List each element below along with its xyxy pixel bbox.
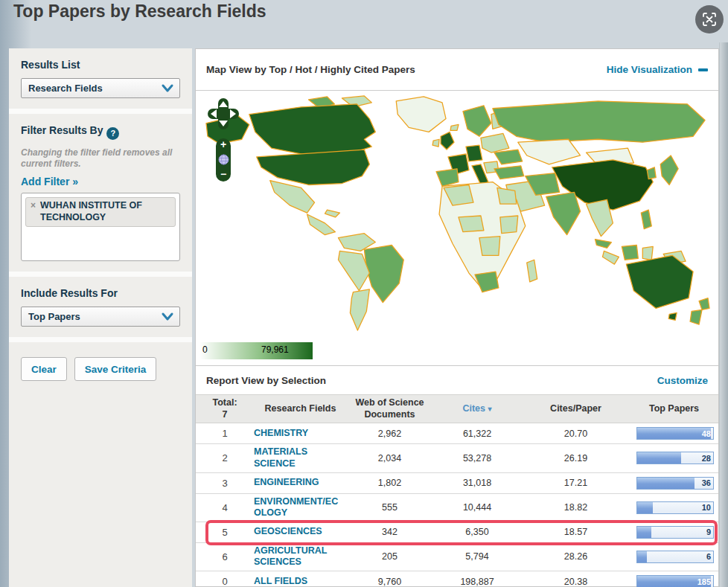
top-papers-bar: 10	[636, 501, 714, 514]
screenshot-translate-icon[interactable]	[695, 5, 724, 33]
top-papers-bar: 185	[636, 575, 714, 587]
country-region[interactable]	[459, 216, 484, 232]
research-field-link[interactable]: AGRICULTURAL SCIENCES	[254, 545, 347, 568]
clear-button[interactable]: Clear	[21, 357, 67, 381]
top-papers-value: 36	[702, 478, 711, 487]
wos-documents-cell: 205	[347, 551, 432, 562]
hide-visualization-link[interactable]: Hide Visualization	[607, 64, 708, 75]
filter-results-section: Filter Results By? Changing the filter f…	[9, 114, 192, 272]
country-region[interactable]	[350, 289, 369, 330]
research-field-link[interactable]: MATERIALS SCIENCE	[254, 446, 347, 469]
country-region[interactable]	[647, 167, 656, 179]
cites-cell: 6,350	[432, 527, 522, 537]
column-header-wos-documents[interactable]: Web of Science Documents	[347, 397, 432, 420]
include-results-selected: Top Papers	[28, 311, 160, 322]
top-papers-bar-cell: 10	[630, 501, 718, 514]
active-filters-box[interactable]: × WUHAN INSTITUTE OF TECHNOLOGY	[21, 193, 180, 261]
country-region[interactable]	[475, 272, 499, 292]
include-results-dropdown[interactable]: Top Papers	[21, 307, 180, 327]
country-region[interactable]	[493, 101, 705, 142]
zoom-in-button[interactable]: +	[220, 139, 226, 150]
customize-link[interactable]: Customize	[657, 375, 708, 386]
research-field-link[interactable]: GEOSCIENCES	[254, 526, 347, 538]
country-region[interactable]	[479, 237, 500, 256]
rank-cell: 1	[196, 428, 254, 439]
research-field-link[interactable]: ALL FIELDS	[254, 576, 347, 587]
country-region[interactable]	[249, 104, 376, 155]
country-region[interactable]	[257, 150, 370, 185]
research-field-link[interactable]: ENGINEERING	[254, 477, 347, 489]
country-region[interactable]	[518, 139, 581, 164]
cites-cell: 31,018	[432, 478, 522, 488]
country-region[interactable]	[622, 246, 638, 260]
country-region[interactable]	[699, 298, 709, 310]
results-list-section: Results List Research Fields	[9, 48, 192, 109]
rank-cell: 2	[196, 452, 254, 463]
country-region[interactable]	[641, 210, 651, 229]
country-region[interactable]	[668, 312, 677, 320]
rank-cell: 6	[196, 551, 254, 562]
legend-max-label: 79,961	[261, 344, 289, 355]
cites-cell: 198,887	[432, 577, 522, 587]
country-region[interactable]	[642, 246, 653, 260]
country-region[interactable]	[546, 192, 581, 234]
sidebar-buttons: Clear Save Criteria	[9, 342, 192, 587]
top-papers-bar: 6	[636, 551, 714, 563]
vertical-scrollbar[interactable]	[719, 42, 728, 587]
column-header-cites-sorted[interactable]: Cites ▾	[432, 403, 522, 415]
cites-per-paper-cell: 17.21	[522, 478, 630, 488]
main-panel: Map View by Top / Hot / Highly Cited Pap…	[195, 48, 719, 587]
zoom-out-button[interactable]: −	[220, 169, 226, 179]
country-region[interactable]	[527, 260, 537, 282]
country-region[interactable]	[396, 97, 446, 132]
country-region[interactable]	[307, 214, 336, 235]
results-list-dropdown[interactable]: Research Fields	[21, 78, 180, 98]
save-criteria-button[interactable]: Save Criteria	[74, 357, 157, 381]
top-papers-value: 48	[702, 429, 711, 438]
country-region[interactable]	[432, 139, 439, 147]
column-header-top-papers[interactable]: Top Papers	[630, 403, 718, 415]
country-region[interactable]	[595, 240, 611, 248]
filter-note: Changing the filter field removes all cu…	[21, 147, 180, 170]
country-region[interactable]	[270, 181, 315, 213]
research-field-link[interactable]: ENVIRONMENT/ECOLOGY	[254, 496, 347, 519]
country-region[interactable]	[441, 132, 454, 150]
rank-cell: 5	[196, 527, 254, 538]
country-region[interactable]	[481, 133, 509, 153]
country-region[interactable]	[660, 155, 678, 185]
cites-per-paper-cell: 20.70	[522, 429, 630, 439]
table-row: 5 GEOSCIENCES 342 6,350 18.57 9	[196, 522, 718, 543]
tag-remove-icon[interactable]: ×	[31, 200, 36, 212]
research-field-link[interactable]: CHEMISTRY	[254, 428, 347, 440]
wos-documents-cell: 1,802	[347, 478, 432, 488]
globe-icon[interactable]	[218, 154, 229, 165]
country-region[interactable]	[325, 210, 340, 217]
country-region[interactable]	[436, 169, 459, 187]
country-region[interactable]	[494, 150, 523, 164]
world-choropleth-map[interactable]	[197, 94, 717, 336]
country-region[interactable]	[500, 216, 518, 234]
wos-documents-cell: 2,034	[347, 453, 432, 463]
country-region[interactable]	[364, 246, 403, 303]
wos-documents-cell: 2,962	[347, 429, 432, 439]
country-region[interactable]	[466, 145, 482, 161]
country-region[interactable]	[497, 187, 517, 204]
country-region[interactable]	[690, 309, 702, 324]
help-icon[interactable]: ?	[106, 127, 119, 140]
column-header-research-fields[interactable]: Research Fields	[254, 403, 347, 415]
column-header-cites-per-paper[interactable]: Cites/Paper	[522, 403, 630, 415]
country-region[interactable]	[602, 251, 619, 264]
cites-per-paper-cell: 18.57	[522, 527, 630, 537]
top-papers-bar-cell: 36	[630, 477, 718, 490]
top-papers-bar: 36	[636, 477, 714, 490]
country-region[interactable]	[463, 106, 491, 136]
pan-arrows-icon[interactable]	[206, 97, 240, 131]
country-region[interactable]	[494, 166, 524, 179]
filter-tag[interactable]: × WUHAN INSTITUTE OF TECHNOLOGY	[25, 197, 176, 227]
country-region[interactable]	[450, 124, 459, 130]
country-region[interactable]	[626, 255, 693, 308]
table-row: 6 AGRICULTURAL SCIENCES 205 5,794 28.26 …	[196, 543, 718, 571]
chevron-down-icon	[160, 83, 175, 94]
add-filter-link[interactable]: Add Filter »	[21, 176, 78, 187]
results-list-heading: Results List	[21, 59, 180, 71]
